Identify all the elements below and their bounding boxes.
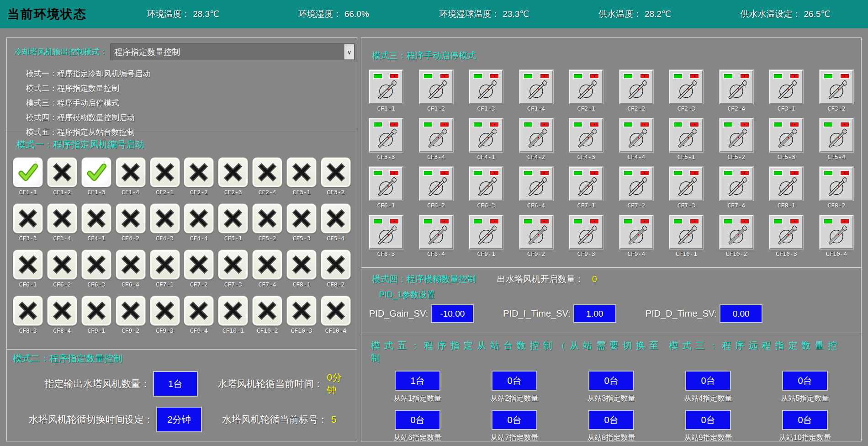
fan-manual-switch[interactable] (619, 70, 653, 104)
fan-manual-switch[interactable] (720, 70, 753, 104)
fan-select-button-off[interactable] (286, 203, 317, 234)
fan-select-button-on[interactable] (13, 157, 43, 187)
fan-manual-switch[interactable] (619, 118, 653, 152)
fan-select-button-off[interactable] (286, 157, 317, 187)
fan-manual-switch[interactable] (669, 70, 703, 104)
fan-select-button-off[interactable] (184, 157, 214, 187)
fan-select-button-off[interactable] (47, 250, 77, 280)
fan-manual-switch[interactable] (669, 118, 703, 152)
fan-manual-switch[interactable] (669, 167, 703, 201)
fan-select-button-off[interactable] (252, 296, 282, 326)
mode-select-dropdown[interactable]: 程序指定数量控制 ∨ (110, 43, 355, 60)
fan-manual-switch[interactable] (419, 70, 453, 104)
fan-manual-switch[interactable] (569, 118, 603, 152)
fan-select-button-off[interactable] (286, 296, 317, 326)
fan-manual-switch[interactable] (369, 70, 403, 104)
fan-manual-switch[interactable] (820, 70, 853, 104)
fan-manual-switch[interactable] (720, 215, 753, 249)
fan-manual-switch[interactable] (369, 118, 403, 152)
station-count-input[interactable]: 0台 (395, 410, 440, 430)
fan-manual-switch[interactable] (769, 70, 803, 104)
fan-select-button-off[interactable] (184, 296, 214, 326)
run-led (723, 122, 733, 127)
fan-manual-switch[interactable] (419, 118, 453, 152)
station-count-input[interactable]: 1台 (395, 371, 440, 391)
station-count-input[interactable]: 0台 (492, 410, 537, 430)
fan-select-button-off[interactable] (218, 250, 248, 280)
station-caption: 从站1指定数量 (394, 394, 442, 404)
fan-select-button-off[interactable] (150, 250, 180, 280)
fan-select-button-off[interactable] (218, 296, 248, 326)
fan-select-button-off[interactable] (13, 203, 43, 234)
station-count-input[interactable]: 0台 (685, 410, 731, 430)
fan-select-button-off[interactable] (218, 157, 248, 187)
fan-select-button-off[interactable] (47, 296, 77, 326)
station-count-input[interactable]: 0台 (492, 371, 537, 391)
chevron-down-icon[interactable]: ∨ (344, 44, 354, 59)
pid-d-time-sv-input[interactable]: 0.00 (720, 304, 762, 323)
fan-manual-switch[interactable] (519, 70, 553, 104)
fan-manual-switch[interactable] (619, 215, 653, 249)
fan-select-button-off[interactable] (321, 250, 351, 280)
fan-select-button-off[interactable] (218, 203, 248, 234)
fan-select-button-off[interactable] (13, 250, 43, 280)
fan-manual-switch[interactable] (469, 70, 503, 104)
fan-manual-switch[interactable] (569, 70, 603, 104)
fan-select-button-off[interactable] (252, 157, 282, 187)
pid-gain-sv-input[interactable]: -10.00 (431, 304, 474, 323)
fan-select-button-off[interactable] (150, 157, 180, 187)
fan-manual-switch[interactable] (369, 215, 403, 249)
fan-manual-switch[interactable] (469, 118, 503, 152)
fan-manual-switch[interactable] (369, 167, 403, 201)
fan-select-button-off[interactable] (116, 203, 146, 234)
station-count-input[interactable]: 0台 (685, 371, 731, 391)
fan-manual-switch[interactable] (469, 167, 503, 201)
fan-manual-switch[interactable] (619, 167, 653, 201)
fan-select-button-off[interactable] (81, 203, 111, 234)
station-count-input[interactable]: 0台 (782, 371, 828, 391)
rotation-switch-time-input[interactable]: 2分钟 (156, 407, 202, 432)
fan-manual-switch[interactable] (820, 167, 853, 201)
fan-manual-switch[interactable] (769, 215, 803, 249)
fan-select-button-off[interactable] (47, 203, 77, 234)
pid-i-time-sv-input[interactable]: 1.00 (573, 304, 616, 323)
fan-select-button-off[interactable] (150, 296, 180, 326)
fan-manual-switch[interactable] (419, 215, 453, 249)
fan-select-button-off[interactable] (116, 157, 146, 187)
fan-manual-switch[interactable] (669, 215, 703, 249)
station-count-input[interactable]: 0台 (782, 410, 828, 430)
fan-select-button-off[interactable] (252, 203, 282, 234)
fan-select-button-off[interactable] (184, 203, 214, 234)
fan-manual-switch[interactable] (519, 215, 553, 249)
pid-param-label: PID_I_Time_SV: (503, 308, 570, 319)
fan-manual-switch[interactable] (569, 167, 603, 201)
fan-select-button-off[interactable] (81, 296, 111, 326)
fan-manual-switch[interactable] (769, 118, 803, 152)
station-count-input[interactable]: 0台 (588, 410, 634, 430)
fan-select-button-off[interactable] (13, 296, 43, 326)
fan-select-button-off[interactable] (150, 203, 180, 234)
fan-select-button-off[interactable] (286, 250, 317, 280)
fan-manual-switch[interactable] (519, 118, 553, 152)
fan-manual-switch[interactable] (519, 167, 553, 201)
designated-fan-count-input[interactable]: 1台 (153, 371, 198, 397)
fan-manual-switch[interactable] (469, 215, 503, 249)
fan-manual-switch[interactable] (720, 118, 753, 152)
fan-manual-switch[interactable] (769, 167, 803, 201)
fan-select-button-off[interactable] (116, 250, 146, 280)
fan-select-button-off[interactable] (321, 296, 351, 326)
fan-manual-switch[interactable] (419, 167, 453, 201)
fan-manual-switch[interactable] (720, 167, 753, 201)
fan-select-button-off[interactable] (184, 250, 214, 280)
station-count-input[interactable]: 0台 (588, 371, 634, 391)
fan-select-button-on[interactable] (81, 157, 111, 187)
fan-select-button-off[interactable] (116, 296, 146, 326)
fan-select-button-off[interactable] (252, 250, 282, 280)
fan-manual-switch[interactable] (569, 215, 603, 249)
fan-manual-switch[interactable] (820, 215, 853, 249)
fan-manual-switch[interactable] (820, 118, 853, 152)
fan-select-button-off[interactable] (81, 250, 111, 280)
fan-select-button-off[interactable] (321, 157, 351, 187)
fan-select-button-off[interactable] (47, 157, 77, 187)
fan-select-button-off[interactable] (321, 203, 351, 234)
